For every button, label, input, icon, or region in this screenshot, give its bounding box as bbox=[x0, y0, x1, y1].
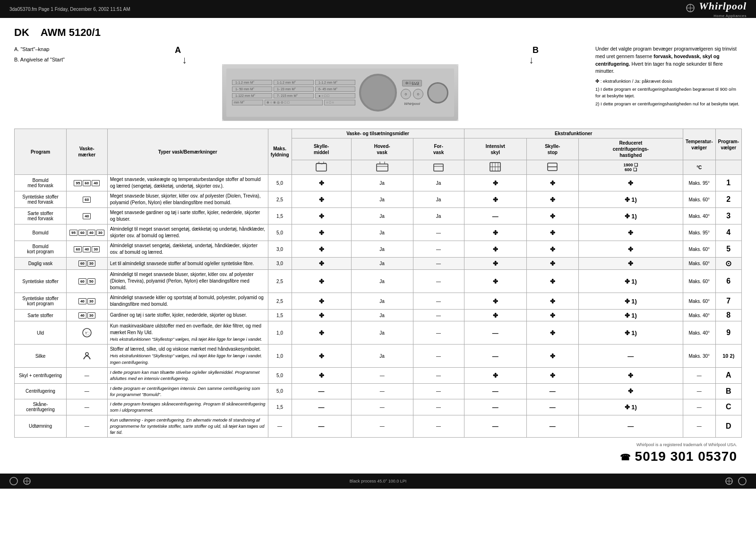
th-skylle-icon bbox=[292, 160, 351, 175]
ctrl-8: 7- 215 mm M° bbox=[274, 93, 314, 98]
cell-hoved: — bbox=[351, 415, 413, 437]
table-row: Sarte stoffermed forvask 40 Meget snavse… bbox=[15, 208, 742, 224]
machine-main-knob[interactable] bbox=[427, 82, 448, 104]
cell-temp: Maks. 95° bbox=[683, 175, 715, 191]
cell-intensivt: ✤ bbox=[464, 258, 526, 270]
cell-stop: ✤ bbox=[526, 345, 578, 368]
cell-prog: 8 bbox=[715, 310, 741, 321]
cell-reduceret: ✤ 1) bbox=[578, 310, 683, 321]
cell-program: Syntetiske stofferkort program bbox=[15, 293, 67, 310]
cell-temp: Maks. 30° bbox=[683, 345, 715, 368]
cell-program: Uld bbox=[15, 321, 67, 345]
cell-typer: Meget snavsede, vaskeægte og temperaturb… bbox=[107, 175, 268, 191]
th-prog: Program-vælger bbox=[715, 129, 741, 160]
cell-intensivt: — bbox=[464, 415, 526, 437]
cell-fyldning: 3,0 bbox=[268, 258, 292, 270]
arrow-b-down-icon: ↓ bbox=[529, 54, 534, 66]
cell-intensivt: ✤ bbox=[464, 175, 526, 191]
th-skylle-middel: Skylle-middel bbox=[292, 138, 351, 160]
brand-label: Whirlpool bbox=[404, 102, 420, 106]
barcode-number: ☎ 5019 301 05370 bbox=[620, 449, 737, 464]
cell-icons: 4030 bbox=[67, 310, 108, 321]
ctrl-12: ○ □ ○ bbox=[324, 100, 355, 105]
cell-prog: A bbox=[715, 368, 741, 384]
product-number: 5019 301 05370 bbox=[635, 449, 737, 464]
cell-typer: Kun udtømning - ingen centrifugering. En… bbox=[107, 415, 268, 437]
cell-skylle: ✤ bbox=[292, 310, 351, 321]
cell-typer: Kun maskinvaskbare uldstoffer med en ove… bbox=[107, 321, 268, 345]
cell-fyldning: 5,0 bbox=[268, 175, 292, 191]
table-row: Udtømning — Kun udtømning - ingen centri… bbox=[15, 415, 742, 437]
phone-icon: ☎ bbox=[620, 453, 631, 462]
cell-stop: ✤ bbox=[526, 224, 578, 241]
cell-program: Bomuldmed forvask bbox=[15, 175, 67, 191]
cell-typer: Almindeligt til meget snavset sengetøj, … bbox=[107, 224, 268, 241]
cell-reduceret: ✤ 1) bbox=[578, 399, 683, 415]
th-reduceret: Reduceretcentrifugerings-hastighed bbox=[578, 138, 683, 160]
cell-prog: 5 bbox=[715, 241, 741, 258]
cell-hoved: Ja bbox=[351, 191, 413, 208]
whirlpool-logo-text: Whirlpool bbox=[699, 0, 747, 12]
cell-prog: 9 bbox=[715, 321, 741, 345]
cell-program: Sarte stoffermed forvask bbox=[15, 208, 67, 224]
cell-for: — bbox=[413, 383, 464, 399]
cell-for: — bbox=[413, 258, 464, 270]
svg-point-21 bbox=[86, 353, 88, 355]
cell-hoved: Ja bbox=[351, 321, 413, 345]
cell-reduceret: ✤ bbox=[578, 224, 683, 241]
cell-reduceret: — bbox=[578, 415, 683, 437]
cell-temp: Maks. 60° bbox=[683, 258, 715, 270]
cell-reduceret: ✤ bbox=[578, 241, 683, 258]
bottom-bar-text: Black process 45.0° 100.0 LPI bbox=[350, 479, 407, 483]
cell-stop: — bbox=[526, 415, 578, 437]
small-knob-2[interactable]: ○ bbox=[413, 89, 423, 99]
cell-skylle: — bbox=[292, 415, 351, 437]
cell-prog: B bbox=[715, 383, 741, 399]
machine-controls-left: 1-1.2 mm M° 1-1.2 mm M° 1-1.2 mm M° 1- 5… bbox=[232, 80, 355, 105]
bottom-bar: Black process 45.0° 100.0 LPI bbox=[0, 474, 756, 489]
cell-intensivt: ✤ bbox=[464, 224, 526, 241]
svg-rect-3 bbox=[316, 164, 326, 171]
cell-intensivt: ✤ bbox=[464, 368, 526, 384]
cell-skylle: ✤ bbox=[292, 191, 351, 208]
cell-intensivt: ✤ bbox=[464, 270, 526, 293]
cell-reduceret: ✤ 1) bbox=[578, 321, 683, 345]
top-section: A. "Start"–knap B. Angivelse af "Start" … bbox=[14, 45, 742, 121]
machine-panel-inner: 1-1.2 mm M° 1-1.2 mm M° 1-1.2 mm M° 1- 5… bbox=[226, 69, 454, 117]
wash-basin-icon bbox=[376, 162, 388, 172]
table-row: Bomuldmed forvask 956040 Meget snavsede,… bbox=[15, 175, 742, 191]
cell-for: — bbox=[413, 224, 464, 241]
small-knob-1[interactable]: ○ bbox=[401, 89, 411, 99]
whirlpool-logo-subtext: Home Appliances bbox=[713, 14, 747, 18]
ctrl-7: 1-122 mm M° bbox=[232, 93, 272, 98]
th-program: Program bbox=[15, 129, 67, 175]
cell-typer: I dette program kan man tilsætte stivels… bbox=[107, 368, 268, 384]
cell-hoved: — bbox=[351, 368, 413, 384]
cell-fyldning: 1,5 bbox=[268, 399, 292, 415]
th-hoved-vask: Hoved-vask bbox=[351, 138, 413, 160]
cell-for: — bbox=[413, 368, 464, 384]
cell-stop: ✤ bbox=[526, 321, 578, 345]
cell-temp: Maks. 60° bbox=[683, 270, 715, 293]
cell-intensivt: — bbox=[464, 208, 526, 224]
svg-point-22 bbox=[10, 477, 17, 485]
cell-typer: I dette program er centrifugeringen inte… bbox=[107, 383, 268, 399]
cell-stop: ✤ bbox=[526, 310, 578, 321]
cell-program: Syntetiske stoffermed forvask bbox=[15, 191, 67, 208]
cell-icons: 604030 bbox=[67, 241, 108, 258]
trademark-text: Whirlpool is a registered trademark of W… bbox=[620, 442, 737, 447]
cell-stop: ✤ bbox=[526, 293, 578, 310]
cell-stop: ✤ bbox=[526, 368, 578, 384]
cell-prog: 6 bbox=[715, 270, 741, 293]
th-temp: Temperatur-vælger bbox=[683, 129, 715, 160]
cell-icons: 40 bbox=[67, 208, 108, 224]
cell-typer: I dette program foretages skånecentrifug… bbox=[107, 399, 268, 415]
cell-stop: — bbox=[526, 383, 578, 399]
cell-fyldning: 1,0 bbox=[268, 321, 292, 345]
th-fyldning: Maks.fyldning bbox=[268, 129, 292, 175]
cell-reduceret: — bbox=[578, 345, 683, 368]
table-row: Uld 🐑 Kun maskinvaskbare uldstoffer med … bbox=[15, 321, 742, 345]
cell-program: Silke bbox=[15, 345, 67, 368]
table-row: Bomuld 95604030 Almindeligt til meget sn… bbox=[15, 224, 742, 241]
cell-intensivt: ✤ bbox=[464, 191, 526, 208]
